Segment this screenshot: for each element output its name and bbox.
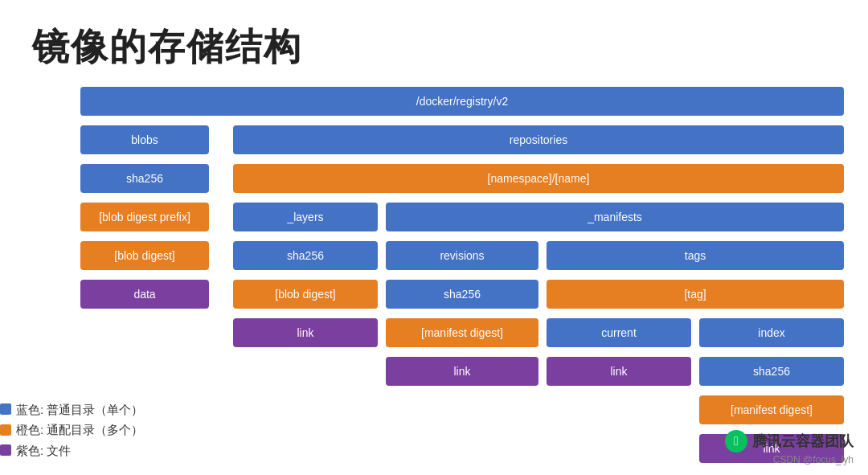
tag-name: [tag] bbox=[547, 280, 844, 309]
data: data bbox=[80, 280, 209, 309]
link-rev: link bbox=[386, 357, 538, 386]
index: index bbox=[699, 318, 844, 347]
tags: tags bbox=[547, 241, 844, 270]
repositories: repositories bbox=[233, 125, 844, 154]
current: current bbox=[547, 318, 691, 347]
blobs: blobs bbox=[80, 125, 209, 154]
blob-digest-prefix: [blob digest prefix] bbox=[80, 203, 209, 231]
namespace-name: [namespace]/[name] bbox=[233, 164, 844, 193]
link-layers: link bbox=[233, 318, 378, 347]
diagram: /docker/registry/v2blobsrepositoriessha2… bbox=[32, 87, 836, 473]
manifests: _manifests bbox=[386, 203, 844, 231]
slide: 镜像的存储结构 /docker/registry/v2blobsreposito… bbox=[0, 0, 868, 475]
page-title: 镜像的存储结构 bbox=[32, 23, 836, 72]
legend-item-purple: 紫色: 文件 bbox=[0, 440, 143, 461]
watermark-logo:  腾讯云容器团队 bbox=[725, 430, 854, 452]
watermark-sub: CSDN @focus_lyh bbox=[725, 454, 854, 465]
blob-digest: [blob digest] bbox=[80, 241, 209, 270]
sha256-layers: sha256 bbox=[233, 241, 378, 270]
revisions: revisions bbox=[386, 241, 538, 270]
sha256-rev: sha256 bbox=[386, 280, 538, 309]
sha256-index: sha256 bbox=[699, 357, 844, 386]
manifest-digest: [manifest digest] bbox=[386, 318, 538, 347]
wechat-icon:  bbox=[725, 430, 747, 452]
layers: _layers bbox=[233, 203, 378, 231]
manifest-digest-index: [manifest digest] bbox=[699, 395, 844, 424]
watermark:  腾讯云容器团队 CSDN @focus_lyh bbox=[725, 430, 854, 465]
docker-registry: /docker/registry/v2 bbox=[80, 87, 844, 116]
legend-item-blue: 蓝色: 普通目录（单个） bbox=[0, 399, 143, 420]
link-current: link bbox=[547, 357, 691, 386]
legend: 蓝色: 普通目录（单个）橙色: 通配目录（多个）紫色: 文件 bbox=[0, 399, 143, 461]
watermark-main: 腾讯云容器团队 bbox=[752, 432, 854, 451]
legend-item-orange: 橙色: 通配目录（多个） bbox=[0, 420, 143, 440]
sha256-blobs: sha256 bbox=[80, 164, 209, 193]
blob-digest-layers: [blob digest] bbox=[233, 280, 378, 309]
